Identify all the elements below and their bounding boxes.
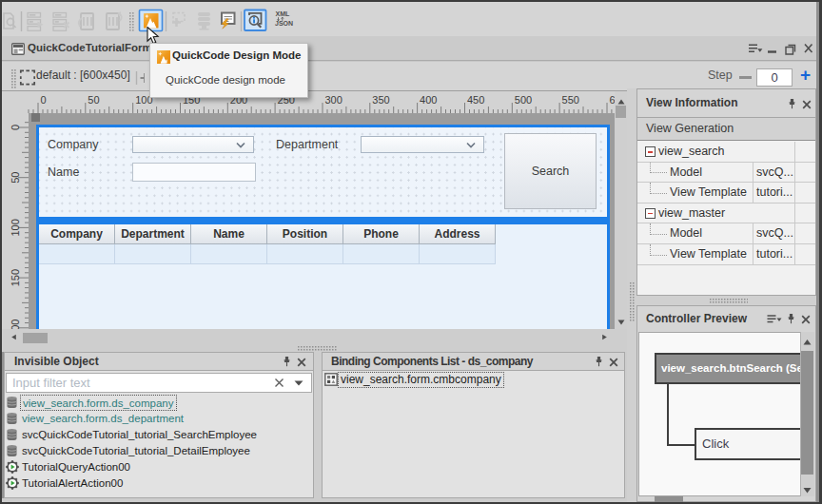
svg-text:350: 350: [372, 94, 389, 106]
svg-text:150: 150: [10, 269, 21, 286]
svg-text:300: 300: [325, 94, 342, 106]
svg-text:50: 50: [10, 172, 21, 184]
svg-text:100: 100: [10, 219, 21, 236]
svg-text:50: 50: [88, 94, 99, 106]
svg-text:XML: XML: [276, 10, 291, 17]
svg-text:400: 400: [420, 94, 437, 106]
svg-text:500: 500: [515, 94, 532, 106]
svg-text:0: 0: [10, 125, 21, 130]
svg-text:450: 450: [467, 94, 484, 106]
svg-text:550: 550: [562, 94, 579, 106]
svg-text:0: 0: [41, 94, 47, 106]
